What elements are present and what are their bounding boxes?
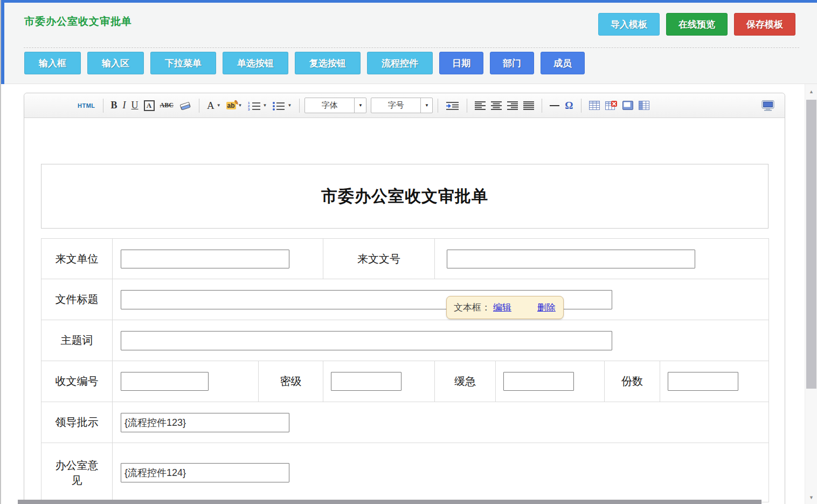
horizontal-rule-icon [550, 105, 559, 106]
edit-field-link[interactable]: 编辑 [493, 301, 511, 314]
highlight-icon: ab✎ [226, 102, 236, 109]
component-input-area-button[interactable]: 输入区 [87, 52, 144, 74]
office-opinion-input[interactable] [121, 463, 289, 482]
label-secrecy-level: 密级 [259, 361, 323, 402]
incoming-unit-input[interactable] [121, 250, 289, 268]
font-color-glyph: A [207, 100, 214, 112]
chevron-down-icon: ▼ [263, 103, 267, 108]
insert-table-button[interactable] [589, 101, 600, 110]
table-row: 主题词 [41, 320, 769, 361]
component-radio-button[interactable]: 单选按钮 [223, 52, 288, 74]
table-row-properties-button[interactable] [639, 101, 649, 110]
label-document-title: 文件标题 [41, 279, 113, 320]
toolbar-separator [299, 99, 300, 113]
delete-table-button[interactable] [605, 101, 617, 111]
chevron-down-icon: ▼ [354, 98, 366, 113]
component-toolbox: 输入框 输入区 下拉菜单 单选按钮 复选按钮 流程控件 日期 部门 成员 [24, 52, 585, 74]
indent-icon [446, 101, 459, 110]
delete-table-icon [605, 101, 617, 111]
indent-button[interactable] [446, 101, 459, 110]
chevron-down-icon: ▼ [287, 103, 292, 108]
align-justify-icon [523, 101, 534, 110]
toolbar-separator [542, 99, 542, 113]
svg-text:3: 3 [248, 108, 250, 111]
component-dropdown-button[interactable]: 下拉菜单 [150, 52, 216, 74]
scrollbar-thumb[interactable] [806, 100, 816, 389]
component-member-button[interactable]: 成员 [541, 52, 585, 74]
document-title-box: 市委办公室收文审批单 [41, 164, 768, 229]
table-properties-icon [622, 101, 633, 110]
label-incoming-number: 来文文号 [323, 239, 435, 279]
page-title: 市委办公室收文审批单 [24, 15, 132, 29]
save-template-button[interactable]: 保存模板 [734, 13, 795, 36]
align-right-button[interactable] [507, 101, 518, 110]
table-row: 来文单位 来文文号 [41, 239, 769, 279]
label-receipt-number: 收文编号 [41, 361, 113, 402]
font-size-value: 字号 [371, 98, 420, 113]
font-size-select[interactable]: 字号 ▼ [371, 98, 433, 113]
table-icon [589, 101, 600, 110]
component-checkbox-button[interactable]: 复选按钮 [295, 52, 361, 74]
toolbar-separator [581, 99, 581, 113]
bold-glyph: B [111, 100, 117, 111]
remove-format-button[interactable] [179, 101, 191, 110]
ordered-list-button[interactable]: 1 2 3 ▼ [248, 101, 267, 111]
align-center-icon [491, 101, 502, 110]
vertical-scrollbar[interactable]: ▲ ▼ [805, 84, 817, 504]
font-color-button[interactable]: A ▼ [207, 100, 221, 112]
unordered-list-icon [272, 101, 285, 111]
urgency-input[interactable] [503, 372, 574, 391]
eraser-icon [179, 101, 191, 110]
component-input-box-button[interactable]: 输入框 [24, 52, 81, 74]
special-char-button[interactable]: Ω [565, 100, 573, 112]
table-row: 领导批示 [41, 402, 769, 443]
copies-input[interactable] [668, 372, 738, 391]
monitor-icon [761, 100, 774, 111]
table-properties-button[interactable] [622, 101, 633, 110]
toolbar-separator [467, 99, 467, 113]
rich-text-editor: HTML B I U A ABC A ▼ ab✎ [24, 93, 785, 504]
align-justify-button[interactable] [523, 101, 534, 110]
underline-glyph: U [131, 100, 139, 111]
label-office-opinion: 办公室意见 [41, 443, 113, 502]
delete-field-link[interactable]: 删除 [537, 301, 556, 314]
chevron-down-icon: ▼ [217, 103, 221, 108]
header-actions: 导入模板 在线预览 保存模板 [598, 13, 795, 36]
component-department-button[interactable]: 部门 [490, 52, 534, 74]
scroll-up-arrow-icon[interactable]: ▲ [805, 86, 817, 97]
incoming-number-input[interactable] [447, 250, 695, 268]
toolbar-separator [438, 99, 438, 113]
secrecy-level-input[interactable] [331, 372, 401, 391]
ordered-list-icon: 1 2 3 [248, 101, 261, 111]
scroll-down-arrow-icon[interactable]: ▼ [805, 492, 817, 503]
align-right-icon [507, 101, 518, 110]
align-left-icon [475, 101, 486, 110]
leader-comments-input[interactable] [121, 413, 289, 432]
receipt-number-input[interactable] [121, 372, 209, 391]
italic-button[interactable]: I [123, 100, 126, 111]
component-date-button[interactable]: 日期 [439, 52, 483, 74]
align-left-button[interactable] [475, 101, 486, 110]
subject-words-input[interactable] [121, 331, 612, 350]
online-preview-button[interactable]: 在线预览 [666, 13, 728, 36]
document-title: 市委办公室收文审批单 [321, 185, 488, 208]
component-flow-control-button[interactable]: 流程控件 [367, 52, 433, 74]
editor-toolbar: HTML B I U A ABC A ▼ ab✎ [24, 93, 785, 118]
fullscreen-button[interactable] [761, 93, 774, 118]
toolbar-separator [199, 99, 199, 113]
underline-button[interactable]: U [131, 100, 139, 111]
unordered-list-button[interactable]: ▼ [272, 101, 292, 111]
table-row: 收文编号 密级 缓急 份数 [41, 361, 769, 402]
strikethrough-button[interactable]: ABC [160, 101, 174, 109]
font-border-button[interactable]: A [144, 100, 155, 111]
highlight-color-button[interactable]: ab✎ ▼ [226, 102, 243, 109]
horizontal-rule-button[interactable] [550, 105, 559, 106]
bold-button[interactable]: B [111, 100, 117, 111]
font-family-select[interactable]: 字体 ▼ [304, 98, 366, 113]
html-source-button[interactable]: HTML [78, 102, 95, 109]
label-subject-words: 主题词 [41, 320, 113, 361]
import-template-button[interactable]: 导入模板 [598, 13, 660, 36]
field-action-tooltip: 文本框： 编辑 删除 [446, 296, 564, 319]
align-center-button[interactable] [491, 101, 502, 110]
label-urgency: 缓急 [435, 361, 496, 402]
